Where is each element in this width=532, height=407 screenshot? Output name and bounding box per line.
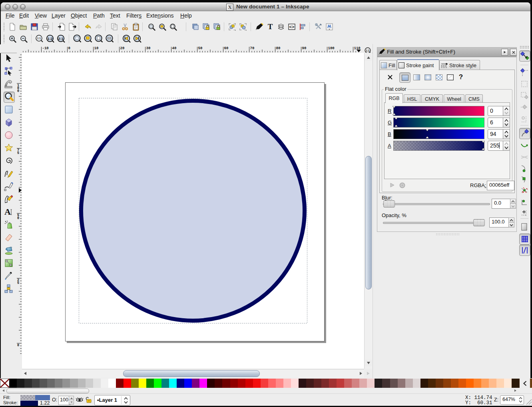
svg-text:50: 50	[198, 46, 203, 50]
svg-text:1:1: 1:1	[366, 49, 370, 52]
svg-text:<>: <>	[289, 24, 295, 29]
svg-text:1:1: 1:1	[37, 37, 41, 40]
svg-text:60: 60	[224, 46, 229, 50]
svg-text:-10: -10	[42, 46, 49, 50]
svg-text:5: 5	[17, 151, 19, 155]
svg-text:1:2: 1:2	[47, 36, 53, 41]
svg-text:20: 20	[120, 46, 125, 50]
svg-text:0: 0	[17, 89, 19, 93]
svg-text:0: 0	[68, 46, 70, 50]
svg-text:100: 100	[328, 46, 335, 50]
svg-text:A: A	[4, 207, 11, 217]
svg-text:0: 0	[17, 343, 19, 347]
svg-text:0: 0	[17, 216, 19, 220]
svg-text:90: 90	[302, 46, 307, 50]
svg-text:70: 70	[250, 46, 255, 50]
svg-text:10: 10	[94, 46, 99, 50]
svg-text:40: 40	[172, 46, 177, 50]
svg-text:2:1: 2:1	[58, 36, 64, 41]
svg-text:80: 80	[276, 46, 281, 50]
svg-text:30: 30	[146, 46, 151, 50]
svg-text:5: 5	[17, 281, 19, 285]
svg-text:T: T	[268, 23, 273, 31]
